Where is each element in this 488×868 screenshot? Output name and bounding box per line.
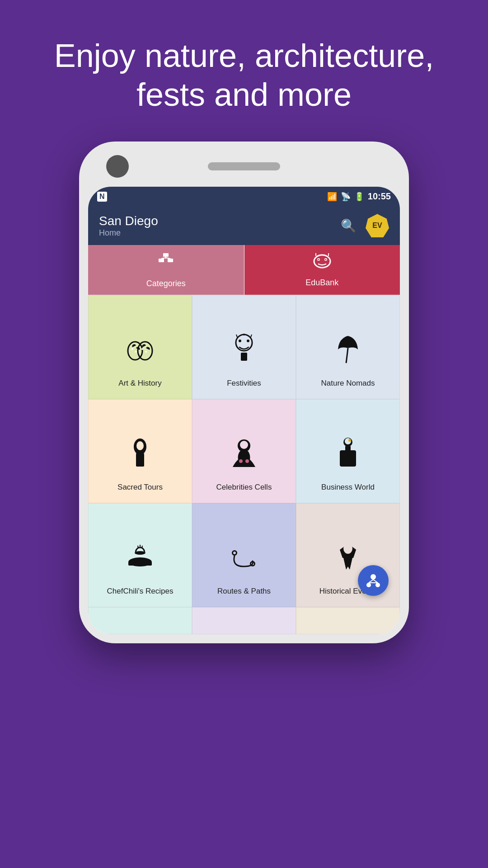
svg-point-17 xyxy=(141,348,143,350)
sacred-tours-label: Sacred Tours xyxy=(117,483,163,492)
app-header-right: 🔍 EV xyxy=(341,214,389,237)
art-history-icon xyxy=(124,338,156,372)
fab-button[interactable] xyxy=(358,565,389,596)
svg-rect-40 xyxy=(128,562,152,566)
partial-bottom-row xyxy=(88,607,400,634)
camera xyxy=(106,155,129,178)
svg-line-41 xyxy=(138,546,138,548)
tab-categories[interactable]: Categories xyxy=(88,245,244,295)
business-world-label: Business World xyxy=(321,483,375,492)
svg-point-36 xyxy=(348,439,351,442)
phone-device: N 📶 📡 🔋 10:55 San Diego Home 🔍 EV xyxy=(79,142,409,643)
phone-bezel-top xyxy=(88,155,400,187)
grid-cell-celebrities[interactable]: Celebrities Cells xyxy=(192,399,296,503)
svg-line-54 xyxy=(373,580,378,583)
festivities-icon xyxy=(228,334,260,372)
svg-rect-38 xyxy=(345,446,351,451)
svg-point-44 xyxy=(135,551,145,555)
grid-cell-festivities[interactable]: Festivities xyxy=(192,295,296,399)
tab-bar: Categories EduBank xyxy=(88,245,400,295)
partial-cell-1 xyxy=(88,607,192,634)
svg-point-15 xyxy=(135,351,137,353)
svg-point-49 xyxy=(343,543,352,554)
svg-point-31 xyxy=(240,441,248,449)
status-bar-right: 📶 📡 🔋 10:55 xyxy=(327,191,391,202)
app-header: San Diego Home 🔍 EV xyxy=(88,207,400,245)
grid-cell-historical-events[interactable]: Historical Events xyxy=(296,503,400,607)
status-bar-left: N xyxy=(97,192,107,202)
speaker xyxy=(208,162,280,170)
tab-edubank[interactable]: EduBank xyxy=(244,245,400,295)
svg-point-50 xyxy=(371,574,376,580)
header-subtitle: Home xyxy=(99,228,158,238)
svg-point-27 xyxy=(136,441,144,450)
historical-events-icon xyxy=(333,542,363,580)
svg-point-33 xyxy=(245,459,249,463)
search-button[interactable]: 🔍 xyxy=(341,218,357,233)
business-world-icon xyxy=(333,438,363,476)
svg-point-46 xyxy=(233,552,236,554)
svg-rect-0 xyxy=(163,253,169,257)
svg-point-29 xyxy=(136,452,144,456)
grid-cell-art-history[interactable]: Art & History xyxy=(88,295,192,399)
categories-icon xyxy=(156,251,176,275)
wifi-icon: 📶 xyxy=(327,192,337,202)
app-header-left: San Diego Home xyxy=(99,214,158,238)
art-history-label: Art & History xyxy=(118,379,161,388)
nature-nomads-label: Nature Nomads xyxy=(321,379,375,388)
svg-point-6 xyxy=(314,255,330,268)
svg-point-20 xyxy=(236,335,252,351)
svg-point-51 xyxy=(366,583,371,587)
svg-point-9 xyxy=(318,259,319,260)
svg-line-24 xyxy=(251,335,252,337)
grid-cell-business-world[interactable]: Business World xyxy=(296,399,400,503)
svg-line-43 xyxy=(142,546,142,548)
signal-icon: 📡 xyxy=(341,192,351,202)
grid-cell-sacred-tours[interactable]: Sacred Tours xyxy=(88,399,192,503)
edubank-icon xyxy=(312,252,332,274)
svg-point-18 xyxy=(145,351,147,353)
logo-badge: EV xyxy=(366,214,389,237)
nature-nomads-icon xyxy=(334,334,361,372)
category-grid: Art & History Festivities xyxy=(88,295,400,607)
svg-point-52 xyxy=(375,583,380,587)
tab-edubank-label: EduBank xyxy=(305,278,338,288)
svg-rect-37 xyxy=(340,450,356,467)
svg-rect-2 xyxy=(168,259,173,262)
routes-paths-label: Routes & Paths xyxy=(217,587,271,596)
battery-icon: 🔋 xyxy=(354,192,364,202)
svg-rect-19 xyxy=(241,353,247,361)
svg-line-5 xyxy=(166,258,170,259)
status-bar: N 📶 📡 🔋 10:55 xyxy=(88,187,400,207)
grid-cell-chef-recipes[interactable]: ChefChili's Recipes xyxy=(88,503,192,607)
svg-point-21 xyxy=(239,340,241,342)
festivities-label: Festivities xyxy=(227,379,261,388)
hero-tagline: Enjoy nature, architecture, fests and mo… xyxy=(0,0,488,142)
tab-categories-label: Categories xyxy=(146,279,186,288)
status-time: 10:55 xyxy=(368,191,391,202)
svg-line-23 xyxy=(236,335,237,337)
phone-screen: N 📶 📡 🔋 10:55 San Diego Home 🔍 EV xyxy=(88,187,400,634)
svg-point-10 xyxy=(325,259,326,260)
sacred-tours-icon xyxy=(128,438,153,476)
svg-point-32 xyxy=(239,459,243,463)
celebrities-icon xyxy=(228,438,260,476)
celebrities-label: Celebrities Cells xyxy=(216,483,272,492)
svg-point-22 xyxy=(247,340,249,342)
chef-recipes-label: ChefChili's Recipes xyxy=(107,587,174,596)
grid-cell-nature-nomads[interactable]: Nature Nomads xyxy=(296,295,400,399)
partial-cell-3 xyxy=(296,607,400,634)
svg-point-14 xyxy=(131,348,133,350)
svg-line-4 xyxy=(161,258,166,259)
svg-rect-1 xyxy=(159,259,164,262)
partial-cell-2 xyxy=(192,607,296,634)
svg-rect-28 xyxy=(136,454,144,467)
routes-paths-icon xyxy=(227,544,261,580)
svg-line-53 xyxy=(369,580,373,583)
grid-cell-routes-paths[interactable]: Routes & Paths xyxy=(192,503,296,607)
city-name: San Diego xyxy=(99,214,158,228)
chef-recipes-icon xyxy=(126,544,155,580)
notification-icon: N xyxy=(97,192,107,202)
